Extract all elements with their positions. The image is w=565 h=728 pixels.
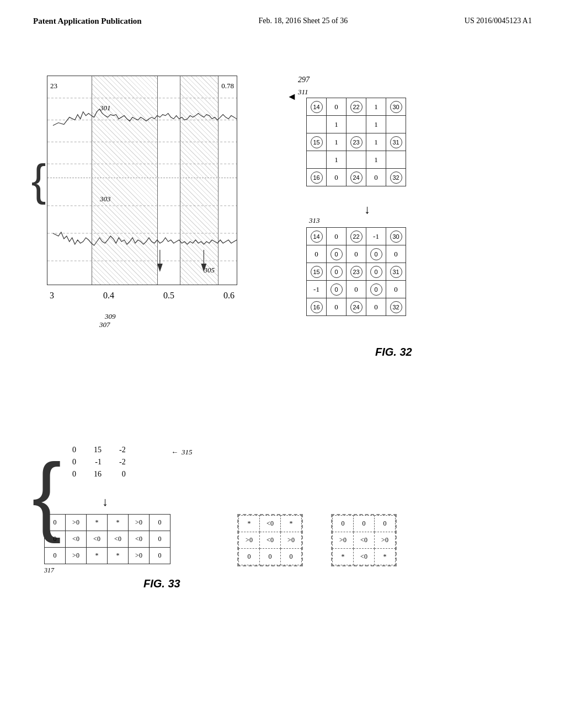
grid-top-311: 14 0 22 1 30 1 1 15 1 2 (306, 98, 406, 186)
bot-cell-circ0-4b: 0 (366, 281, 386, 298)
grid-bottom-313: 14 0 22 -1 30 0 0 0 0 0 15 0 (306, 227, 406, 316)
cell-1-3a: 1 (327, 133, 347, 151)
g317-gt0-1b: >0 (129, 515, 150, 531)
publication-number: US 2016/0045123 A1 (465, 17, 532, 25)
page-header: Patent Application Publication Feb. 18, … (0, 0, 565, 26)
grid-row-3: 15 1 23 1 31 (307, 133, 406, 151)
cell-1-4b: 1 (366, 151, 386, 169)
g317-lt0-2d: <0 (129, 531, 150, 548)
g317-gt0-3b: >0 (129, 548, 150, 564)
dg2-0-1: 0 (333, 516, 354, 532)
dg2-0-1b: 0 (354, 516, 375, 532)
cell-1-4a: 1 (327, 151, 347, 169)
chart-top-region: 23 0.78 301 (47, 76, 237, 178)
grid-row-1: 14 0 22 1 30 (307, 98, 406, 116)
g317-gt0-3: >0 (66, 548, 87, 564)
dg2-row2: >0 <0 >0 (333, 532, 396, 549)
m-m1: -1 (85, 456, 110, 468)
dg1-lt0-2: <0 (260, 532, 281, 549)
m-m2-2: -2 (110, 456, 135, 468)
cell-15-circ: 15 (307, 133, 327, 151)
g317-lt0-2c: <0 (108, 531, 129, 548)
dashed-grid-1: * <0 * >0 <0 >0 0 0 0 (238, 515, 302, 565)
label-303: 303 (100, 195, 111, 204)
grid-row-5: 16 0 24 0 32 (307, 169, 406, 186)
dg1-lt0-1: <0 (260, 516, 281, 532)
label-313-text: 313 (309, 216, 320, 225)
bot-cell-15: 15 (307, 263, 327, 281)
bot-cell-14: 14 (307, 228, 327, 245)
bot-cell-m1: -1 (366, 228, 386, 245)
dg1-row2: >0 <0 >0 (239, 532, 302, 549)
dg2-lt0-3: <0 (354, 549, 375, 565)
label-297-text: 297 (298, 76, 310, 84)
cell-empty-4 (307, 151, 327, 169)
bot-cell-circ0-3b: 0 (366, 263, 386, 281)
cell-16-circ: 16 (307, 169, 327, 186)
cell-24-circ: 24 (347, 169, 366, 186)
bot-cell-31: 31 (386, 263, 406, 281)
svg-marker-7 (157, 264, 163, 272)
arrow-down-grids: ↓ (364, 202, 370, 217)
cell-32-circ: 32 (386, 169, 406, 186)
bot-cell-0-5b: 0 (366, 298, 386, 316)
g317-0-2: 0 (45, 531, 66, 548)
grid-317-area: 0 >0 * * >0 0 0 <0 <0 <0 <0 0 0 >0 (44, 514, 170, 575)
dg2-0-1c: 0 (375, 516, 396, 532)
m-0-3: 0 (63, 468, 85, 480)
left-brace: { (33, 76, 44, 285)
bot-cell-24: 24 (347, 298, 366, 316)
matrix-row-1: 0 15 -2 (63, 444, 135, 456)
bot-cell-32: 32 (386, 298, 406, 316)
cell-1-2a: 1 (327, 116, 347, 133)
m-0-2: 0 (63, 456, 85, 468)
grid-row-4: 1 1 (307, 151, 406, 169)
g317-star-1: * (87, 515, 108, 531)
x-label-05: 0.5 (163, 291, 174, 301)
dg1-row3: 0 0 0 (239, 549, 302, 565)
bot-cell-23: 23 (347, 263, 366, 281)
dg2-lt0-2: <0 (354, 532, 375, 549)
x-axis-labels: 3 0.4 0.5 0.6 (47, 291, 237, 301)
cell-empty-3 (386, 116, 406, 133)
cell-31-circ: 31 (386, 133, 406, 151)
fig33-label: FIG. 33 (143, 577, 180, 590)
arrow-down-fig33: ↓ (102, 495, 108, 509)
grid-bot-row-3: 15 0 23 0 31 (307, 263, 406, 281)
label-305: 305 (204, 266, 215, 275)
cell-empty-6 (386, 151, 406, 169)
cell-0-1: 0 (327, 98, 347, 116)
cell-14-circ: 14 (307, 98, 327, 116)
label-317: 317 (44, 566, 170, 575)
bot-cell-m1-4: -1 (307, 281, 327, 298)
cell-0-5: 0 (327, 169, 347, 186)
dg1-row1: * <0 * (239, 516, 302, 532)
m-0-1: 0 (63, 444, 85, 456)
dg1-star-1: * (239, 516, 260, 532)
bot-cell-16: 16 (307, 298, 327, 316)
fig32-label: FIG. 32 (375, 346, 412, 358)
grid-bot-row-2: 0 0 0 0 0 (307, 245, 406, 263)
label-315-text: 315 (182, 448, 193, 457)
cell-1-2b: 1 (366, 116, 386, 133)
grid-bot-row-4: -1 0 0 0 0 (307, 281, 406, 298)
m-15: 15 (85, 444, 110, 456)
cell-1-1: 1 (366, 98, 386, 116)
g317-lt0-2b: <0 (87, 531, 108, 548)
m-m2-1: -2 (110, 444, 135, 456)
chart-label-078: 0.78 (221, 82, 234, 90)
cell-empty-5 (347, 151, 366, 169)
dashed-grid-2: 0 0 0 >0 <0 >0 * <0 * (332, 515, 396, 565)
dashed-grid-2-outer: 0 0 0 >0 <0 >0 * <0 * (331, 514, 397, 566)
m-16: 16 (85, 468, 110, 480)
x-label-04: 0.4 (103, 291, 114, 301)
label-311-text: 311 (298, 88, 308, 97)
cell-30-circ: 30 (386, 98, 406, 116)
g317-star-3: * (87, 548, 108, 564)
grid-row-2: 1 1 (307, 116, 406, 133)
bot-cell-circ0-3a: 0 (327, 263, 347, 281)
bot-cell-circ0-2a: 0 (327, 245, 347, 263)
cell-1-3b: 1 (366, 133, 386, 151)
bot-cell-0-1: 0 (327, 228, 347, 245)
bot-cell-circ0-2b: 0 (366, 245, 386, 263)
